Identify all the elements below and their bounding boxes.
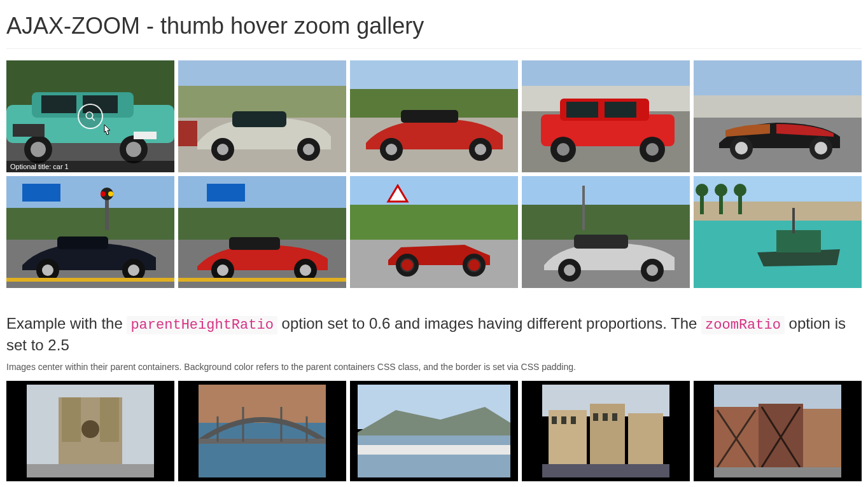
svg-rect-100 — [792, 208, 795, 233]
code-zoomratio: zoomRatio — [701, 316, 785, 334]
thumb-car-2[interactable] — [178, 60, 346, 172]
svg-point-39 — [557, 143, 570, 156]
svg-rect-116 — [358, 445, 510, 455]
gallery-photos — [6, 381, 862, 481]
svg-rect-127 — [612, 413, 617, 421]
thumb-car-8[interactable] — [350, 176, 518, 288]
car-7-alfa-image — [178, 176, 346, 288]
svg-point-95 — [715, 184, 727, 196]
thumb-car-6[interactable] — [6, 176, 174, 288]
svg-point-93 — [696, 184, 708, 196]
svg-rect-26 — [401, 110, 458, 123]
gallery-cars: Optional title: car 1 — [6, 60, 862, 288]
svg-rect-126 — [603, 413, 608, 421]
thumb-car-4[interactable] — [522, 60, 690, 172]
svg-rect-122 — [552, 416, 557, 424]
svg-point-9 — [126, 142, 141, 157]
svg-point-105 — [81, 420, 99, 438]
example-subnote: Images center within their parent contai… — [6, 362, 862, 372]
svg-rect-66 — [207, 184, 245, 202]
boat-harbor-image — [694, 176, 862, 288]
svg-point-56 — [108, 191, 113, 196]
svg-point-71 — [300, 264, 311, 276]
thumb-photo-2[interactable] — [178, 381, 346, 481]
svg-point-59 — [42, 264, 53, 276]
caption-prefix: Optional title: — [10, 163, 53, 170]
svg-rect-84 — [582, 186, 585, 230]
svg-point-46 — [735, 142, 748, 154]
svg-point-28 — [386, 144, 397, 155]
svg-rect-22 — [178, 121, 197, 146]
svg-rect-74 — [350, 205, 518, 240]
svg-point-19 — [217, 144, 228, 155]
car-5-vintage-convertible-image — [694, 60, 862, 172]
svg-rect-124 — [571, 416, 576, 424]
thumb-caption: Optional title: car 1 — [6, 161, 174, 172]
svg-rect-37 — [605, 102, 636, 118]
thumb-car-9[interactable] — [522, 176, 690, 288]
thumb-car-5[interactable] — [694, 60, 862, 172]
svg-rect-11 — [134, 132, 157, 139]
svg-rect-43 — [694, 95, 862, 118]
svg-rect-104 — [100, 397, 119, 442]
example-heading: Example with the parentHeightRatio optio… — [6, 313, 862, 355]
svg-rect-136 — [714, 467, 841, 477]
svg-rect-91 — [694, 202, 862, 221]
thumb-photo-1[interactable] — [6, 381, 174, 481]
svg-point-77 — [401, 259, 414, 271]
svg-point-79 — [468, 259, 480, 271]
photo-marina-image — [358, 385, 510, 477]
svg-point-48 — [815, 142, 827, 154]
svg-rect-4 — [41, 95, 76, 113]
thumb-photo-4[interactable] — [522, 381, 690, 481]
svg-point-97 — [734, 184, 746, 196]
car-3-red-mustang-image — [350, 60, 518, 172]
code-parentheightratio: parentHeightRatio — [127, 316, 277, 334]
svg-rect-123 — [561, 416, 566, 424]
caption-value: car 1 — [53, 163, 68, 170]
svg-rect-50 — [6, 208, 174, 240]
svg-rect-5 — [83, 95, 118, 113]
svg-point-30 — [475, 144, 486, 155]
car-8-vintage-racer-image — [350, 176, 518, 288]
svg-rect-62 — [6, 278, 174, 282]
example-text-1: Example with the — [6, 315, 127, 332]
svg-rect-82 — [522, 205, 690, 240]
car-1-teal-sedan-image — [6, 60, 174, 172]
svg-rect-67 — [229, 237, 280, 250]
svg-rect-36 — [566, 102, 598, 118]
thumb-photo-3[interactable] — [350, 381, 518, 481]
page-title: AJAX-ZOOM - thumb hover zoom gallery — [6, 6, 862, 49]
thumb-car-1[interactable]: Optional title: car 1 — [6, 60, 174, 172]
svg-rect-103 — [62, 397, 81, 442]
svg-rect-85 — [574, 235, 628, 249]
thumb-photo-5[interactable] — [694, 381, 862, 481]
thumb-car-3[interactable] — [350, 60, 518, 172]
svg-point-61 — [128, 264, 139, 276]
svg-rect-120 — [628, 413, 663, 467]
svg-rect-121 — [542, 464, 669, 477]
car-9-rolls-image — [522, 176, 690, 288]
svg-rect-106 — [27, 464, 154, 477]
svg-point-89 — [647, 264, 658, 276]
car-4-red-toyota-image — [522, 60, 690, 172]
svg-rect-115 — [358, 436, 510, 477]
photo-bridge-image — [199, 385, 326, 477]
svg-rect-52 — [22, 184, 60, 202]
car-6-jaguar-image — [6, 176, 174, 288]
svg-rect-17 — [232, 111, 286, 127]
svg-point-41 — [646, 143, 659, 156]
svg-rect-131 — [803, 409, 841, 470]
thumb-car-7[interactable] — [178, 176, 346, 288]
svg-rect-125 — [593, 413, 598, 421]
photo-palace-image — [542, 385, 669, 477]
svg-rect-99 — [776, 230, 821, 252]
example-text-2: option set to 0.6 and images having diff… — [277, 315, 701, 332]
photo-timber-houses-image — [714, 385, 841, 477]
car-2-silver-mustang-image — [178, 60, 346, 172]
svg-rect-10 — [13, 124, 45, 137]
thumb-boat-10[interactable] — [694, 176, 862, 288]
svg-point-7 — [31, 142, 46, 157]
svg-point-55 — [101, 191, 106, 196]
svg-rect-72 — [178, 278, 346, 282]
